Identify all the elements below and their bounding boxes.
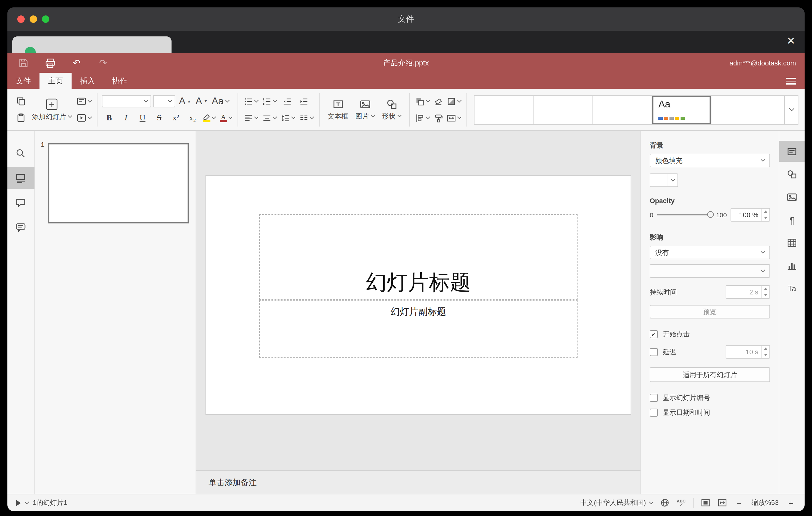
opacity-slider-handle[interactable] [707, 211, 714, 218]
bold-button[interactable]: B [102, 111, 117, 125]
language-select[interactable]: 中文(中华人民共和国) [580, 498, 653, 507]
apply-to-all-slides-button[interactable]: 适用于所有幻灯片 [650, 367, 770, 382]
delay-checkbox[interactable] [650, 348, 658, 356]
zoom-window-button[interactable] [42, 16, 49, 23]
slideshow-options-chevron[interactable] [25, 500, 29, 504]
save-button[interactable] [17, 57, 30, 69]
opacity-down-arrow[interactable] [762, 215, 770, 221]
horizontal-align-button[interactable] [242, 111, 259, 125]
background-fill-select[interactable]: 颜色填充 [650, 154, 770, 167]
theme-gallery-expand-button[interactable] [785, 95, 799, 124]
vertical-align-button[interactable] [261, 111, 278, 125]
arrange-shapes-button[interactable] [414, 94, 431, 109]
duration-spinner[interactable]: 2 s [726, 285, 770, 299]
close-preview-icon[interactable]: ✕ [787, 35, 796, 48]
undo-button[interactable]: ↶ [70, 57, 83, 69]
columns-button[interactable] [298, 111, 315, 125]
spellcheck-icon[interactable]: ABC [677, 499, 686, 507]
effect-type-select[interactable] [650, 264, 770, 278]
delay-down-arrow[interactable] [762, 352, 770, 358]
slides-panel-icon[interactable] [7, 167, 34, 189]
start-on-click-checkbox[interactable]: ✓ [650, 330, 658, 338]
add-slide-button[interactable]: 添加幻灯片 [28, 92, 75, 127]
font-color-button[interactable]: A [219, 111, 233, 125]
change-case-button[interactable]: Aa [210, 94, 230, 109]
highlight-color-button[interactable] [202, 111, 216, 125]
slide-canvas[interactable]: 幻灯片标题 幻灯片副标题 [205, 175, 631, 415]
theme-tile[interactable] [474, 95, 534, 124]
slide-layout-button[interactable] [75, 94, 92, 109]
font-name-combo[interactable] [102, 95, 151, 107]
align-shapes-button[interactable] [414, 111, 431, 125]
underline-button[interactable]: U [135, 111, 150, 125]
chat-icon[interactable] [7, 216, 34, 238]
opacity-spinner[interactable]: 100 % [730, 208, 770, 222]
tab-home[interactable]: 主页 [39, 73, 71, 89]
tab-file[interactable]: 文件 [7, 73, 39, 89]
font-size-combo[interactable] [153, 95, 175, 107]
theme-tile[interactable] [712, 95, 784, 124]
tab-insert[interactable]: 插入 [71, 73, 104, 89]
theme-colors-button[interactable] [445, 94, 462, 109]
opacity-up-arrow[interactable] [762, 209, 770, 215]
notes-area[interactable]: 单击添加备注 [196, 470, 640, 494]
table-settings-icon[interactable] [779, 232, 805, 253]
zoom-out-button[interactable]: − [734, 498, 744, 508]
theme-tile-selected[interactable]: Aa [652, 95, 712, 124]
tab-collaborate[interactable]: 协作 [104, 73, 136, 89]
effect-select[interactable]: 没有 [650, 246, 770, 259]
insert-shape-button[interactable]: 形状 [378, 92, 405, 127]
redo-button[interactable]: ↷ [97, 57, 109, 69]
numbered-list-button[interactable] [261, 94, 278, 109]
clear-style-button[interactable] [431, 94, 445, 109]
theme-tile[interactable] [593, 95, 652, 124]
image-settings-icon[interactable] [779, 187, 805, 207]
italic-button[interactable]: I [118, 111, 133, 125]
delay-spinner[interactable]: 10 s [726, 345, 770, 359]
line-spacing-button[interactable] [280, 111, 296, 125]
delay-up-arrow[interactable] [762, 346, 770, 352]
document-language-icon[interactable] [660, 498, 669, 507]
theme-tile[interactable] [534, 95, 593, 124]
start-slideshow-button[interactable] [75, 111, 92, 125]
increase-font-size-button[interactable]: A▴ [177, 94, 192, 109]
insert-image-button[interactable]: 图片 [352, 92, 378, 127]
increase-indent-button[interactable] [296, 94, 311, 109]
slide-thumbnail[interactable] [48, 143, 189, 224]
paragraph-settings-icon[interactable]: ¶ [779, 209, 805, 230]
show-date-time-checkbox[interactable] [650, 409, 658, 417]
print-button[interactable] [44, 57, 56, 69]
subscript-button[interactable]: x₂ [185, 111, 200, 125]
opacity-slider[interactable] [657, 214, 712, 216]
slide-settings-icon[interactable] [779, 141, 805, 162]
slide-size-button[interactable] [445, 111, 462, 125]
shape-settings-icon[interactable] [779, 164, 805, 184]
duration-up-arrow[interactable] [762, 286, 770, 292]
paste-button[interactable] [13, 111, 28, 125]
title-placeholder[interactable]: 幻灯片标题 [259, 214, 578, 300]
chart-settings-icon[interactable] [779, 255, 805, 276]
fit-slide-icon[interactable] [701, 498, 710, 507]
preview-button[interactable]: 预览 [650, 305, 770, 318]
fit-width-icon[interactable] [718, 498, 727, 507]
zoom-in-button[interactable]: + [786, 498, 796, 508]
subtitle-placeholder[interactable]: 幻灯片副标题 [259, 300, 578, 358]
text-art-settings-icon[interactable]: Ta [779, 278, 805, 299]
decrease-indent-button[interactable] [280, 94, 294, 109]
fill-color-select[interactable] [650, 173, 678, 187]
minimize-window-button[interactable] [30, 16, 37, 23]
duration-down-arrow[interactable] [762, 292, 770, 298]
strikethrough-button[interactable]: S [152, 111, 167, 125]
copy-style-button[interactable] [431, 111, 445, 125]
close-window-button[interactable] [17, 16, 25, 23]
start-slideshow-status-icon[interactable] [16, 500, 21, 506]
copy-button[interactable] [13, 94, 28, 109]
insert-textbox-button[interactable]: 文本框 [324, 92, 352, 127]
search-icon[interactable] [7, 142, 34, 164]
menu-icon[interactable] [786, 78, 796, 85]
decrease-font-size-button[interactable]: A▾ [194, 94, 208, 109]
show-slide-number-checkbox[interactable] [650, 394, 658, 402]
superscript-button[interactable]: x² [169, 111, 183, 125]
comments-icon[interactable] [7, 191, 34, 213]
bullet-list-button[interactable] [242, 94, 259, 109]
